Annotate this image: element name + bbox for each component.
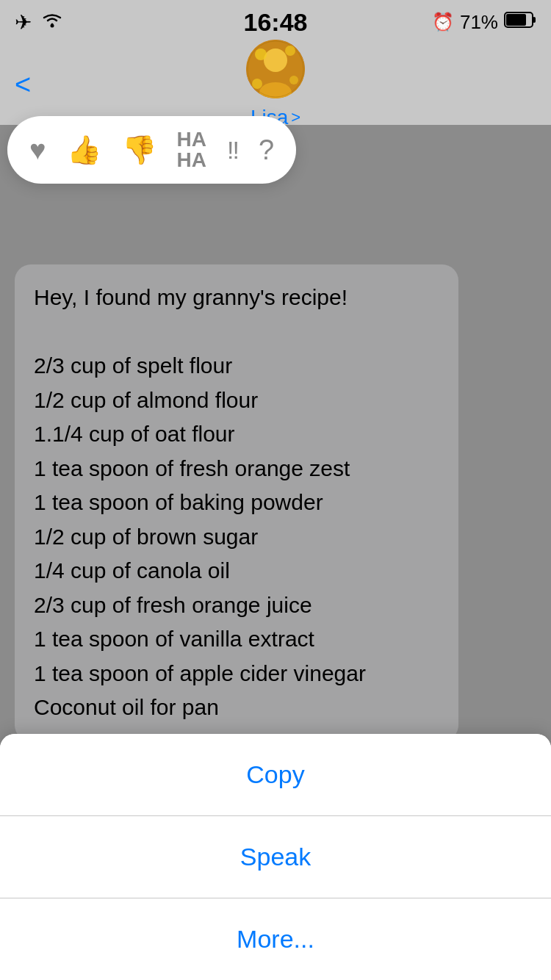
airplane-icon: ✈ <box>15 10 32 35</box>
reaction-exclamation[interactable]: !! <box>227 136 238 165</box>
speak-button[interactable]: Speak <box>0 816 551 898</box>
status-time: 16:48 <box>244 8 308 37</box>
copy-button[interactable]: Copy <box>0 734 551 815</box>
svg-point-9 <box>285 46 295 56</box>
more-button[interactable]: More... <box>0 898 551 980</box>
context-menu: Copy Speak More... <box>0 734 551 980</box>
reaction-bubble: ♥ 👍 👎 HAHA !! ? <box>7 116 296 184</box>
svg-rect-2 <box>506 14 526 26</box>
status-right-icons: ⏰ 71% <box>432 11 536 34</box>
svg-point-8 <box>255 48 267 60</box>
reaction-thumbsdown[interactable]: 👎 <box>122 134 156 166</box>
battery-icon <box>504 11 536 34</box>
back-button[interactable]: < <box>15 69 31 101</box>
alarm-icon: ⏰ <box>432 12 454 32</box>
svg-point-10 <box>289 76 298 84</box>
reaction-haha[interactable]: HAHA <box>177 129 206 170</box>
nav-bar: < Lisa > <box>0 44 551 125</box>
reaction-heart[interactable]: ♥ <box>29 134 46 166</box>
svg-point-11 <box>252 79 262 89</box>
svg-point-0 <box>51 24 54 27</box>
svg-rect-3 <box>533 17 536 23</box>
reaction-question[interactable]: ? <box>259 134 274 166</box>
contact-avatar[interactable] <box>246 40 305 98</box>
wifi-icon <box>40 11 64 34</box>
status-left-icons: ✈ <box>15 10 64 35</box>
status-bar: ✈ 16:48 ⏰ 71% <box>0 0 551 44</box>
svg-point-5 <box>264 48 287 72</box>
battery-percent: 71% <box>460 11 498 34</box>
reaction-thumbsup[interactable]: 👍 <box>67 134 101 166</box>
